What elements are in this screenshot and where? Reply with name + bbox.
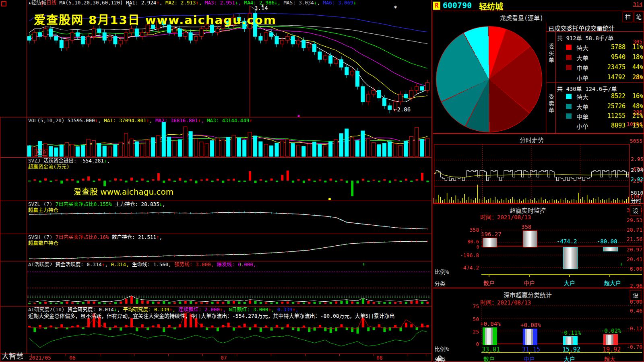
header-segment: SVZJ — [28, 158, 43, 164]
header-segment: MA5: 3.034 — [284, 0, 314, 6]
header-segment: , — [271, 306, 277, 313]
axis-label: 358 — [433, 227, 479, 233]
swatch-icon — [566, 94, 572, 99]
header-segment: 平均研究度: 0.339 — [123, 306, 169, 313]
pen-mode-button[interactable]: 笔 — [634, 12, 644, 22]
header-segment: 0.339 — [277, 306, 293, 313]
header-segment: , — [211, 261, 217, 267]
order-type-label: 特大 — [576, 43, 588, 52]
axis-label: 314 — [619, 2, 642, 7]
header-segment: MA3: 43144.449 — [207, 117, 249, 123]
order-percent-value: 21% — [628, 112, 643, 119]
header-segment: ↑ — [293, 306, 296, 313]
bar-mode-button[interactable]: 柱 — [623, 12, 633, 22]
header-segment: SVZL (7) — [28, 201, 56, 207]
header-segment: 日线 — [46, 0, 56, 6]
order-percent-value: 28% — [628, 74, 643, 81]
header-segment: 7日内买卖净占比0.16% — [56, 234, 109, 240]
panel-divider — [0, 234, 432, 234]
order-type-label: 小单 — [576, 122, 588, 130]
watermark-sub: 爱查股 www.aichagu.com — [74, 185, 173, 197]
monitor-category-label: 超大户 — [604, 279, 621, 287]
longhu-title: 龙虎看盘(逐单) — [433, 13, 610, 22]
header-segment: MA6: 3.069 — [323, 0, 353, 6]
table-border — [546, 82, 644, 82]
stock-name[interactable]: 轻纺城 — [479, 0, 503, 12]
vol-header: VOL(5,10,20) 53595.000↑, MA1: 37094.801↑… — [28, 118, 252, 123]
svzl-header: SVZL (7) 7日内买卖净占比0.155% 主力持仓: 28.835↓, — [28, 202, 165, 207]
shenzhen-bar-value: 19.92 — [603, 346, 621, 353]
header-segment: 主力持仓: 28.835 — [112, 201, 159, 207]
swatch-icon — [566, 113, 572, 119]
shenzhen-panel: 深市超赢分类统计 设 时间：2021/08/13 75 50 25 0 比例% … — [433, 288, 644, 362]
stock-code[interactable]: 600790 — [443, 0, 472, 10]
swatch-icon — [566, 65, 572, 70]
event-marker-icon: * — [394, 5, 397, 12]
intraday-high-label: 2.955 — [631, 156, 644, 162]
header-segment: AI研究度2(10) — [28, 306, 68, 313]
axis-label: 25 — [433, 329, 479, 335]
shenzhen-bar-value: 33.01 — [482, 346, 500, 353]
shenzhen-bar-percent: -0.02% — [601, 327, 621, 334]
longhu-panel: 龙虎看盘(逐单) 柱 笔 已成交委托单成交量统计 共 912单 58.8手/单 … — [433, 11, 644, 134]
header-segment: ↓ — [235, 0, 238, 6]
intraday-panel: 分时走势 2.955 2.940 2.925 5810 分时 — [433, 134, 644, 204]
header-segment: MA3: 2.951 — [205, 0, 235, 6]
monitor-settings-button[interactable]: 设 — [630, 206, 641, 216]
order-volume-value: 23475 — [593, 64, 625, 71]
svzl-sublabel: 超赢主力持仓 — [28, 208, 58, 213]
lock-icon[interactable] — [437, 358, 442, 361]
shenzhen-category-label: 大户 — [564, 355, 575, 362]
header-segment: 连续飘红: 2.000 — [178, 306, 220, 313]
header-segment: ★轻纺城 — [28, 0, 46, 6]
swatch-icon — [566, 55, 572, 60]
ratio-row-label: 比例% — [434, 267, 449, 276]
header-segment: ↑ — [198, 117, 201, 123]
order-volume-value: 11255 — [593, 112, 625, 119]
svsh-header: SVSH (7) 7日内买卖净占比0.16% 散户持仓: 21.511↑, — [28, 234, 162, 240]
header-segment: 0.314 — [111, 261, 126, 267]
event-marker-icon: * — [261, 3, 264, 10]
brand-label: 大智慧 — [2, 350, 23, 361]
order-percent-value: 18% — [628, 53, 643, 61]
shenzhen-category-label: 散户 — [483, 355, 495, 362]
header-segment: AI活跃度2 — [28, 261, 56, 267]
order-percent-value: 44% — [628, 64, 643, 71]
left-border — [0, 117, 0, 361]
monitor-category-label: 散户 — [483, 279, 495, 287]
header-segment: 活跃资金进出: -554.281 — [43, 158, 104, 164]
panel-divider — [0, 354, 432, 354]
intraday-title: 分时走势 — [433, 136, 630, 144]
shenzhen-settings-button[interactable]: 设 — [630, 290, 641, 300]
sell-summary: 共 430单 124.6手/单 — [557, 84, 617, 93]
date-tick — [426, 354, 426, 356]
header-segment: SVSH (7) — [28, 234, 56, 240]
header-segment: ↑ — [220, 306, 223, 313]
ai-active-header: AI活跃度2 资金活跃度: 0.314↑, 0.314, 生命线: 1.560,… — [28, 262, 256, 267]
shenzhen-title: 深市超赢分类统计 — [433, 290, 622, 299]
date-tick — [237, 354, 237, 356]
header-segment: , — [223, 306, 229, 313]
header-segment: ↑ — [156, 234, 159, 240]
header-segment: 7日内买卖净占比0.155% — [56, 201, 112, 207]
panel-divider — [0, 361, 432, 362]
header-segment: N日飘红: 3.000 — [229, 306, 268, 313]
date-tick — [66, 354, 66, 356]
intraday-low-label: 2.925 — [631, 176, 644, 182]
order-type-label: 中单 — [576, 112, 588, 121]
header-segment: VOL(5,10,20) — [28, 117, 68, 123]
axis-border — [27, 0, 27, 354]
header-segment: , — [278, 0, 284, 6]
shenzhen-bar — [603, 334, 618, 345]
header-segment: 53595.000 — [68, 117, 95, 123]
header-segment: , — [105, 261, 111, 267]
header-segment: , — [107, 158, 110, 164]
volume-unit-badge: X10 — [35, 149, 47, 156]
header-segment: 爆发线: 6.000 — [217, 261, 253, 267]
center-border — [431, 0, 432, 361]
order-percent-value: 15% — [628, 122, 643, 129]
axis-label: 80.6 — [433, 239, 479, 245]
order-volume-value: 8522 — [593, 93, 625, 100]
header-segment: , — [149, 117, 155, 123]
buy-summary: 共 912单 58.8手/单 — [557, 34, 613, 42]
